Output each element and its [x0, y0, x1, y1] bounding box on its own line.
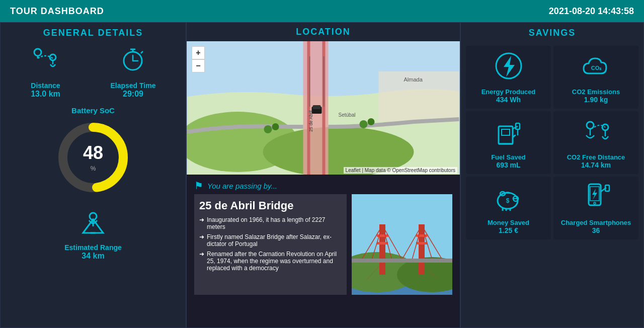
poi-content: 25 de Abril Bridge ➜ Inaugurated on 1966… — [194, 194, 452, 295]
zoom-in-button[interactable]: + — [192, 46, 205, 59]
left-panel: GENERAL DETAILS Distance 13.0 km — [0, 22, 186, 328]
svg-rect-51 — [352, 259, 452, 263]
savings-money: $ Money Saved 1.25 € — [466, 177, 551, 239]
svg-rect-42 — [416, 242, 427, 244]
svg-text:25 de Abril: 25 de Abril — [308, 110, 313, 132]
money-icon: $ — [494, 182, 524, 216]
svg-text:Almada: Almada — [404, 76, 423, 83]
svg-rect-40 — [377, 242, 388, 244]
co2-value: 1.90 kg — [584, 96, 608, 104]
co2-distance-icon — [581, 116, 611, 150]
svg-rect-39 — [377, 234, 388, 237]
range-section: Estimated Range 34 km — [64, 205, 122, 261]
map-zoom-controls[interactable]: + − — [192, 46, 205, 72]
svg-point-26 — [264, 125, 272, 133]
co2-distance-value: 14.74 km — [581, 161, 611, 169]
battery-text: 48 % — [83, 142, 103, 173]
svg-point-2 — [50, 54, 56, 60]
svg-rect-58 — [502, 129, 510, 135]
poi-arrow-1: ➜ — [199, 216, 204, 230]
range-label: Estimated Range — [64, 243, 122, 252]
fuel-icon — [494, 116, 524, 150]
svg-point-27 — [272, 123, 279, 130]
range-value: 34 km — [82, 252, 104, 261]
poi-bridge-image — [352, 194, 452, 295]
poi-passing-text: You are passing by... — [207, 182, 277, 190]
zoom-out-button[interactable]: − — [192, 59, 205, 72]
elapsed-stat: Elapsed Time 29:09 — [110, 43, 155, 99]
savings-co2: CO₂ CO2 Emissions 1.90 kg — [553, 46, 638, 109]
smartphones-value: 36 — [592, 226, 600, 234]
svg-line-9 — [141, 51, 143, 53]
smartphones-label: Charged Smartphones — [561, 219, 631, 226]
poi-fact-text-1: Inaugurated on 1966, it has a length of … — [207, 216, 342, 230]
distance-label: Distance — [31, 81, 60, 90]
battery-unit: % — [91, 165, 96, 172]
middle-panel: LOCATION — [186, 22, 460, 328]
distance-stat: Distance 13.0 km — [30, 43, 60, 99]
poi-fact-3: ➜ Renamed after the Carnation Revolution… — [199, 251, 342, 272]
savings-grid: Energy Produced 434 Wh CO₂ CO2 Emissions… — [466, 46, 638, 239]
poi-text-block: 25 de Abril Bridge ➜ Inaugurated on 1966… — [194, 194, 347, 295]
svg-rect-25 — [313, 105, 321, 109]
poi-fact-2: ➜ Firstly named Salazar Bridge after Sal… — [199, 233, 342, 248]
map-attribution: Leaflet | Map data © OpenStreetMap contr… — [344, 167, 457, 174]
distance-value: 13.0 km — [31, 90, 60, 99]
battery-gauge: 48 % — [53, 117, 133, 198]
header-datetime: 2021-08-20 14:43:58 — [549, 6, 634, 17]
location-section-title: LOCATION — [187, 23, 460, 41]
co2-distance-label: CO2 Free Distance — [567, 153, 625, 161]
savings-co2-distance: CO2 Free Distance 14.74 km — [553, 111, 638, 174]
range-icon — [78, 205, 108, 239]
co2-icon: CO₂ — [581, 51, 611, 85]
elapsed-label: Elapsed Time — [110, 81, 155, 90]
savings-section-title: SAVINGS — [529, 28, 576, 38]
poi-arrow-2: ➜ — [199, 233, 204, 248]
poi-header: ⚑ You are passing by... — [194, 180, 452, 192]
header-title: TOUR DASHBOARD — [10, 6, 104, 17]
poi-panel: ⚑ You are passing by... 25 de Abril Brid… — [187, 175, 460, 327]
timer-icon — [118, 43, 148, 77]
right-panel: SAVINGS Energy Produced 434 Wh — [460, 22, 644, 328]
svg-marker-76 — [592, 189, 597, 200]
poi-fact-text-3: Renamed after the Carnation Revolution o… — [207, 251, 342, 272]
svg-text:CO₂: CO₂ — [591, 65, 602, 71]
poi-flag-icon: ⚑ — [194, 180, 203, 192]
savings-fuel: Fuel Saved 693 mL — [466, 111, 551, 174]
svg-point-28 — [360, 120, 368, 128]
poi-fact-text-2: Firstly named Salazar Bridge after Salaz… — [207, 233, 342, 248]
battery-section: Battery SoC 48 % — [53, 106, 133, 198]
poi-arrow-3: ➜ — [199, 251, 204, 272]
header: TOUR DASHBOARD 2021-08-20 14:43:58 — [0, 0, 644, 22]
savings-smartphones: Charged Smartphones 36 — [553, 177, 638, 239]
svg-point-29 — [368, 118, 375, 125]
energy-value: 434 Wh — [496, 96, 521, 104]
elapsed-value: 29:09 — [123, 90, 143, 99]
poi-name: 25 de Abril Bridge — [199, 199, 342, 212]
energy-icon — [494, 51, 524, 85]
savings-energy: Energy Produced 434 Wh — [466, 46, 551, 109]
svg-point-0 — [34, 49, 41, 56]
main-content: GENERAL DETAILS Distance 13.0 km — [0, 22, 644, 328]
battery-label: Battery SoC — [71, 106, 115, 115]
fuel-value: 693 mL — [496, 161, 520, 169]
svg-text:$: $ — [506, 197, 509, 204]
svg-point-63 — [587, 122, 594, 129]
fuel-label: Fuel Saved — [491, 153, 526, 161]
svg-rect-41 — [416, 234, 427, 237]
general-section-title: GENERAL DETAILS — [43, 28, 143, 38]
battery-percent: 48 — [83, 142, 103, 163]
svg-point-77 — [594, 202, 596, 204]
map-container: Almada Setúbal 25 de Abril + − Leaflet |… — [187, 41, 460, 175]
distance-icon — [30, 43, 60, 77]
svg-rect-79 — [605, 185, 609, 191]
money-label: Money Saved — [488, 219, 529, 226]
energy-label: Energy Produced — [481, 88, 536, 96]
smartphone-icon — [581, 182, 611, 216]
svg-text:Setúbal: Setúbal — [339, 112, 356, 118]
co2-label: CO2 Emissions — [572, 88, 620, 96]
money-value: 1.25 € — [499, 226, 518, 234]
svg-marker-55 — [504, 56, 515, 77]
top-stats: Distance 13.0 km Elapsed Time 29:09 — [6, 43, 181, 99]
poi-fact-1: ➜ Inaugurated on 1966, it has a length o… — [199, 216, 342, 230]
